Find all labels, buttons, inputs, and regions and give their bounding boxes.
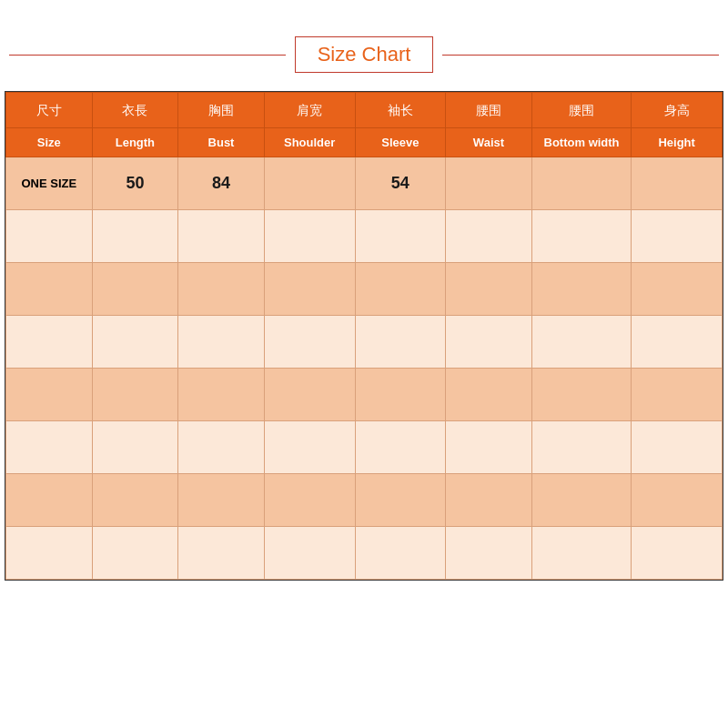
col-header-en-size: Size: [6, 128, 93, 157]
cell-shoulder-5: [264, 421, 355, 474]
cell-size-3: [6, 316, 93, 369]
cell-shoulder-2: [264, 263, 355, 316]
header-row-english: Size Length Bust Shoulder Sleeve Waist B…: [6, 128, 723, 157]
cell-sleeve-4: [355, 369, 446, 421]
cell-bottomwidth-4: [531, 369, 632, 421]
col-header-cn-length: 衣長: [92, 93, 178, 128]
col-header-en-waist: Waist: [446, 128, 532, 157]
col-header-cn-bottomwidth: 腰围: [531, 93, 632, 128]
cell-waist-7: [446, 527, 532, 580]
table-row: ONE SIZE508454: [6, 157, 723, 210]
size-chart-table: 尺寸 衣長 胸围 肩宽 袖长 腰围 腰围 身高 Size Length Bust…: [5, 92, 723, 580]
col-header-cn-size: 尺寸: [6, 93, 93, 128]
cell-shoulder-1: [264, 210, 355, 263]
cell-height-6: [632, 474, 723, 527]
page-title: Size Chart: [295, 36, 434, 73]
cell-sleeve-7: [355, 527, 446, 580]
cell-length-3: [92, 316, 178, 369]
col-header-cn-shoulder: 肩宽: [264, 93, 355, 128]
cell-shoulder-3: [264, 316, 355, 369]
col-header-cn-sleeve: 袖长: [355, 93, 446, 128]
col-header-cn-waist: 腰围: [446, 93, 532, 128]
table-row: [6, 263, 723, 316]
cell-bottomwidth-5: [531, 421, 632, 474]
cell-sleeve-0: 54: [355, 157, 446, 210]
cell-bottomwidth-0: [531, 157, 632, 210]
cell-bottomwidth-7: [531, 527, 632, 580]
cell-bust-5: [178, 421, 265, 474]
cell-bust-1: [178, 210, 265, 263]
cell-height-3: [632, 316, 723, 369]
cell-length-0: 50: [92, 157, 178, 210]
title-section: Size Chart: [0, 36, 728, 73]
cell-height-1: [632, 210, 723, 263]
cell-length-6: [92, 474, 178, 527]
cell-size-0: ONE SIZE: [6, 157, 93, 210]
cell-sleeve-5: [355, 421, 446, 474]
table-row: [6, 527, 723, 580]
cell-waist-5: [446, 421, 532, 474]
cell-sleeve-1: [355, 210, 446, 263]
table-row: [6, 369, 723, 421]
col-header-en-bust: Bust: [178, 128, 265, 157]
col-header-cn-height: 身高: [632, 93, 723, 128]
cell-height-7: [632, 527, 723, 580]
table-row: [6, 474, 723, 527]
col-header-cn-bust: 胸围: [178, 93, 265, 128]
cell-length-1: [92, 210, 178, 263]
cell-sleeve-2: [355, 263, 446, 316]
cell-waist-1: [446, 210, 532, 263]
col-header-en-shoulder: Shoulder: [264, 128, 355, 157]
cell-length-4: [92, 369, 178, 421]
cell-height-0: [632, 157, 723, 210]
cell-waist-2: [446, 263, 532, 316]
cell-bust-4: [178, 369, 265, 421]
col-header-en-length: Length: [92, 128, 178, 157]
cell-height-4: [632, 369, 723, 421]
table-body: ONE SIZE508454: [6, 157, 723, 580]
table-row: [6, 210, 723, 263]
cell-size-4: [6, 369, 93, 421]
cell-bottomwidth-6: [531, 474, 632, 527]
cell-bust-2: [178, 263, 265, 316]
size-chart-table-wrapper: 尺寸 衣長 胸围 肩宽 袖长 腰围 腰围 身高 Size Length Bust…: [5, 91, 723, 581]
cell-size-5: [6, 421, 93, 474]
title-line-left: [9, 55, 286, 56]
cell-shoulder-7: [264, 527, 355, 580]
cell-bust-0: 84: [178, 157, 265, 210]
cell-bust-6: [178, 474, 265, 527]
col-header-en-bottomwidth: Bottom width: [531, 128, 632, 157]
cell-waist-0: [446, 157, 532, 210]
cell-size-6: [6, 474, 93, 527]
cell-waist-6: [446, 474, 532, 527]
cell-length-7: [92, 527, 178, 580]
cell-bust-3: [178, 316, 265, 369]
cell-length-5: [92, 421, 178, 474]
cell-shoulder-6: [264, 474, 355, 527]
cell-bottomwidth-1: [531, 210, 632, 263]
cell-height-2: [632, 263, 723, 316]
cell-sleeve-6: [355, 474, 446, 527]
cell-size-2: [6, 263, 93, 316]
col-header-en-sleeve: Sleeve: [355, 128, 446, 157]
cell-bottomwidth-2: [531, 263, 632, 316]
col-header-en-height: Height: [632, 128, 723, 157]
table-row: [6, 316, 723, 369]
title-line-right: [442, 55, 719, 56]
cell-length-2: [92, 263, 178, 316]
header-row-chinese: 尺寸 衣長 胸围 肩宽 袖长 腰围 腰围 身高: [6, 93, 723, 128]
cell-size-1: [6, 210, 93, 263]
cell-height-5: [632, 421, 723, 474]
cell-sleeve-3: [355, 316, 446, 369]
cell-shoulder-4: [264, 369, 355, 421]
cell-waist-4: [446, 369, 532, 421]
cell-shoulder-0: [264, 157, 355, 210]
cell-waist-3: [446, 316, 532, 369]
table-row: [6, 421, 723, 474]
cell-bottomwidth-3: [531, 316, 632, 369]
cell-size-7: [6, 527, 93, 580]
cell-bust-7: [178, 527, 265, 580]
